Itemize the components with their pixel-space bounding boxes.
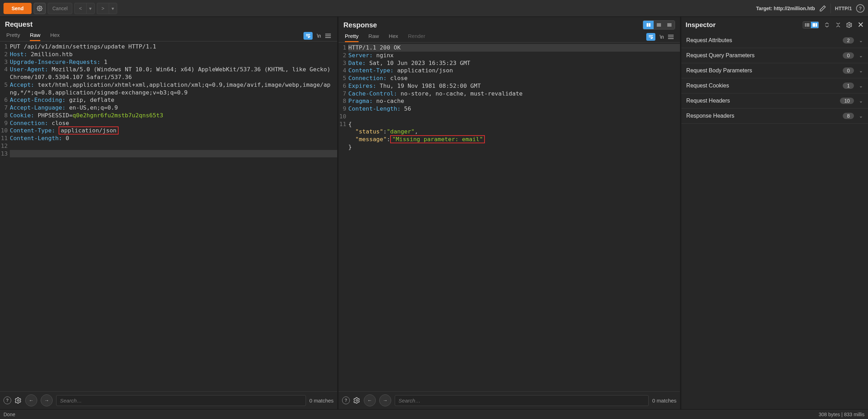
code-line: "message":"Missing parameter: email" <box>339 136 680 143</box>
layout-single-icon[interactable] <box>664 21 675 29</box>
chevron-down-icon: ⌄ <box>859 98 863 104</box>
inspector-layout-toggle[interactable] <box>803 21 819 28</box>
search-prev-button[interactable]: ← <box>364 394 376 406</box>
footer-help-button[interactable]: ? <box>4 397 11 404</box>
tab-pretty[interactable]: Pretty <box>345 33 359 42</box>
request-editor[interactable]: 1PUT /api/v1/admin/settings/update HTTP/… <box>0 41 337 391</box>
inspector-settings-button[interactable] <box>846 22 853 28</box>
history-back-button[interactable]: < <box>74 3 86 14</box>
request-title: Request <box>5 20 33 28</box>
inspector-row[interactable]: Response Headers8⌄ <box>681 109 868 124</box>
code-line: 8Pragma: no-cache <box>339 97 680 105</box>
code-line: 8Cookie: PHPSESSID=q0e2hgnr6fu2mstb7u2qn… <box>0 112 337 119</box>
request-search-input[interactable] <box>56 395 306 406</box>
status-bar: Done 308 bytes | 833 millis <box>0 409 868 419</box>
code-line: 4User-Agent: Mozilla/5.0 (Windows NT 10.… <box>0 66 337 81</box>
inspector-row[interactable]: Request Headers10⌄ <box>681 93 868 109</box>
inspector-row[interactable]: Request Query Parameters0⌄ <box>681 48 868 63</box>
tab-raw[interactable]: Raw <box>368 33 379 42</box>
layout-stack-icon[interactable] <box>654 21 664 29</box>
wrap-toggle[interactable] <box>646 33 655 41</box>
gear-icon <box>846 22 853 28</box>
collapse-all-button[interactable] <box>835 22 841 28</box>
footer-help-button[interactable]: ? <box>342 397 350 404</box>
response-search-input[interactable] <box>395 395 649 406</box>
editor-menu[interactable] <box>325 34 331 38</box>
caret-down-icon: ▾ <box>112 6 114 11</box>
wrap-toggle[interactable] <box>303 32 313 40</box>
code-line: 5Accept: text/html,application/xhtml+xml… <box>0 81 337 97</box>
code-line: 9Connection: close <box>0 119 337 127</box>
chevron-down-icon: ⌄ <box>859 83 863 89</box>
wrap-icon <box>306 34 311 38</box>
settings-button[interactable] <box>34 3 46 14</box>
layout-left-icon[interactable] <box>803 22 811 28</box>
request-pane: Request Pretty Raw Hex \n 1PUT /api/v1/a… <box>0 17 339 409</box>
tab-hex[interactable]: Hex <box>50 32 60 41</box>
code-line: 12 <box>0 142 337 150</box>
code-line: "status":"danger", <box>339 128 680 136</box>
layout-right-icon[interactable] <box>811 22 819 28</box>
http-version-label[interactable]: HTTP/1 <box>835 6 852 11</box>
inspector-row-label: Request Query Parameters <box>686 52 843 59</box>
edit-target-button[interactable] <box>819 5 826 12</box>
code-line: 2Host: 2million.htb <box>0 51 337 58</box>
inspector-row-label: Response Headers <box>686 113 843 119</box>
inspector-row[interactable]: Request Attributes2⌄ <box>681 33 868 48</box>
inspector-pane: Inspector ✕ Request Attributes2⌄Request … <box>681 17 868 409</box>
gear-icon <box>37 6 42 11</box>
svg-point-2 <box>356 400 358 401</box>
cancel-button[interactable]: Cancel <box>48 3 72 14</box>
target-label: Target: http://2million.htb <box>756 6 815 11</box>
search-prev-button[interactable]: ← <box>25 394 37 406</box>
layout-split-icon[interactable] <box>643 21 654 29</box>
response-editor[interactable]: 1HTTP/1.1 200 OK2Server: nginx3Date: Sat… <box>339 42 680 391</box>
footer-settings-button[interactable] <box>353 397 360 404</box>
gear-icon <box>353 397 360 404</box>
layout-mode-toggle[interactable] <box>643 20 675 30</box>
chevron-down-icon: ⌄ <box>859 68 863 73</box>
response-tabs: Pretty Raw Hex Render \n <box>339 31 680 42</box>
tab-render[interactable]: Render <box>408 33 425 42</box>
divider <box>830 4 831 13</box>
status-right: 308 bytes | 833 millis <box>819 412 864 417</box>
tab-raw[interactable]: Raw <box>30 32 40 41</box>
code-line: 7Cache-Control: no-store, no-cache, must… <box>339 90 680 98</box>
request-match-count: 0 matches <box>309 398 334 404</box>
svg-point-3 <box>849 24 850 26</box>
search-next-button[interactable]: → <box>379 394 391 406</box>
history-back-menu[interactable]: ▾ <box>86 3 95 14</box>
code-line: 7Accept-Language: en-US,en;q=0.9 <box>0 104 337 112</box>
code-line: 6Accept-Encoding: gzip, deflate <box>0 96 337 104</box>
collapse-icon <box>835 22 841 28</box>
svg-point-1 <box>18 400 19 401</box>
wrap-icon <box>648 35 653 39</box>
footer-settings-button[interactable] <box>15 397 22 404</box>
newline-toggle[interactable]: \n <box>317 33 321 39</box>
code-line: 11Content-Length: 0 <box>0 135 337 142</box>
inspector-close-button[interactable]: ✕ <box>857 20 864 30</box>
tab-hex[interactable]: Hex <box>389 33 398 42</box>
history-forward-button[interactable]: > <box>97 3 109 14</box>
chevron-down-icon: ⌄ <box>859 38 863 43</box>
code-line: 10Content-Type: application/json <box>0 127 337 135</box>
inspector-row-label: Request Body Parameters <box>686 67 843 74</box>
help-button[interactable]: ? <box>856 4 864 13</box>
search-next-button[interactable]: → <box>41 394 53 406</box>
newline-toggle[interactable]: \n <box>660 34 664 40</box>
send-button[interactable]: Send <box>4 3 32 14</box>
pencil-icon <box>819 5 826 12</box>
response-match-count: 0 matches <box>652 398 676 404</box>
inspector-row-count: 1 <box>843 83 854 89</box>
code-line: 6Expires: Thu, 19 Nov 1981 08:52:00 GMT <box>339 82 680 90</box>
history-forward-menu[interactable]: ▾ <box>109 3 117 14</box>
expand-all-button[interactable] <box>824 22 830 28</box>
code-line: 1PUT /api/v1/admin/settings/update HTTP/… <box>0 43 337 51</box>
request-tabs: Pretty Raw Hex \n <box>0 30 337 41</box>
inspector-row-count: 0 <box>843 52 854 59</box>
inspector-row[interactable]: Request Cookies1⌄ <box>681 78 868 93</box>
tab-pretty[interactable]: Pretty <box>6 32 20 41</box>
inspector-row[interactable]: Request Body Parameters0⌄ <box>681 63 868 78</box>
editor-menu[interactable] <box>668 35 674 39</box>
chevron-down-icon: ⌄ <box>859 113 863 119</box>
